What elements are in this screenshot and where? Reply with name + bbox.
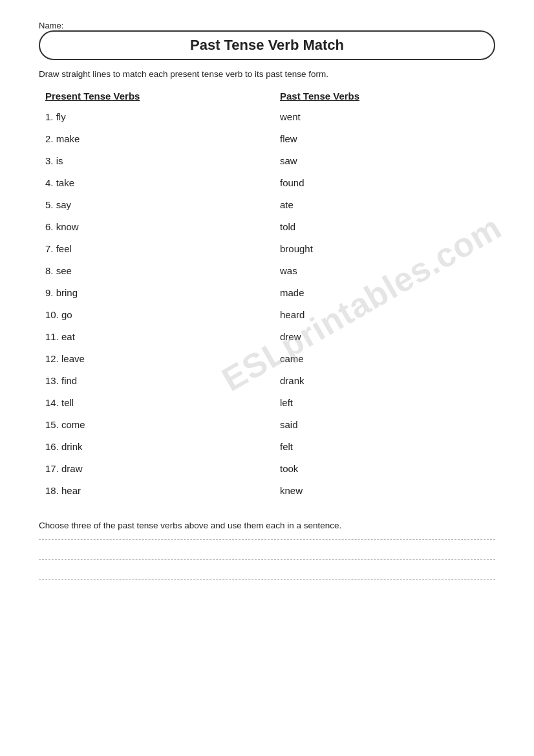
table-row: 17. drawtook [39,457,495,479]
past-verb: ate [267,199,489,210]
table-row: 4. takefound [39,171,495,193]
past-tense-header: Past Tense Verbs [267,91,489,102]
present-verb: 18. hear [45,485,267,496]
present-verb: 11. eat [45,331,267,342]
present-verb: 13. find [45,375,267,386]
present-verb: 5. say [45,199,267,210]
past-verb: took [267,463,489,474]
table-row: 10. goheard [39,303,495,325]
past-verb: left [267,397,489,408]
past-verb: came [267,353,489,364]
sentence-instruction: Choose three of the past tense verbs abo… [39,521,495,530]
past-verb: told [267,221,489,232]
past-verb: felt [267,441,489,452]
past-verb: made [267,287,489,298]
present-verb: 14. tell [45,397,267,408]
past-verb: brought [267,243,489,254]
present-verb: 7. feel [45,243,267,254]
table-row: 7. feelbrought [39,237,495,259]
sentence-section: Choose three of the past tense verbs abo… [39,521,495,580]
name-field: Name: [39,19,495,30]
past-verb: said [267,419,489,430]
present-verb: 1. fly [45,111,267,122]
table-row: 6. knowtold [39,215,495,237]
past-verb: found [267,177,489,188]
instructions: Draw straight lines to match each presen… [39,69,495,79]
present-verb: 12. leave [45,353,267,364]
present-verb: 2. make [45,133,267,144]
verb-rows: ESLprintables.com 1. flywent2. makeflew3… [39,105,495,501]
name-label: Name: [39,21,63,30]
past-verb: was [267,265,489,276]
table-row: 13. finddrank [39,369,495,391]
columns-header: Present Tense Verbs Past Tense Verbs [39,91,495,102]
sentence-line [39,539,495,540]
table-row: 3. issaw [39,149,495,171]
past-verb: drew [267,331,489,342]
present-verb: 16. drink [45,441,267,452]
past-verb: knew [267,485,489,496]
present-tense-header: Present Tense Verbs [45,91,267,102]
table-row: 12. leavecame [39,347,495,369]
present-verb: 15. come [45,419,267,430]
present-verb: 3. is [45,155,267,166]
past-verb: flew [267,133,489,144]
table-row: 11. eatdrew [39,325,495,347]
table-row: 16. drinkfelt [39,435,495,457]
past-verb: heard [267,309,489,320]
past-verb: drank [267,375,489,386]
present-verb: 9. bring [45,287,267,298]
sentence-line [39,579,495,580]
table-row: 18. hearknew [39,479,495,501]
title-oval: Past Tense Verb Match [39,30,495,60]
table-row: 9. bringmade [39,281,495,303]
table-row: 2. makeflew [39,127,495,149]
table-row: 5. sayate [39,193,495,215]
present-verb: 17. draw [45,463,267,474]
table-row: 14. tellleft [39,391,495,413]
sentence-line [39,559,495,560]
page-title: Past Tense Verb Match [53,37,481,54]
table-row: 15. comesaid [39,413,495,435]
past-verb: went [267,111,489,122]
table-row: 1. flywent [39,105,495,127]
table-row: 8. seewas [39,259,495,281]
past-verb: saw [267,155,489,166]
present-verb: 10. go [45,309,267,320]
present-verb: 8. see [45,265,267,276]
present-verb: 6. know [45,221,267,232]
present-verb: 4. take [45,177,267,188]
